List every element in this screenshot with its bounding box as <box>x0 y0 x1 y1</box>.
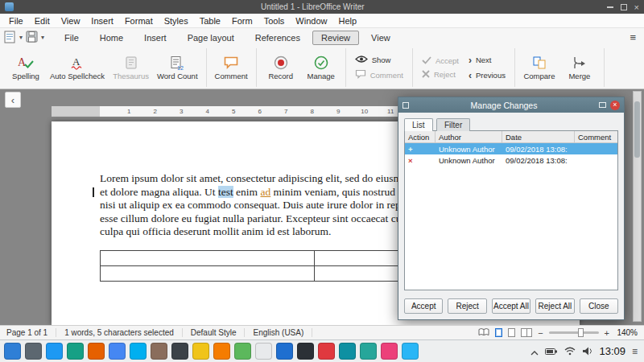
kdevelop-icon[interactable] <box>276 343 293 360</box>
menu-form[interactable]: Form <box>226 15 258 27</box>
reject-all-button[interactable]: Reject All <box>535 298 574 314</box>
dialog-tab-list[interactable]: List <box>404 118 433 131</box>
music-icon[interactable] <box>381 343 398 360</box>
quick-save-icon[interactable] <box>26 31 38 44</box>
manage-changes-button[interactable]: Manage <box>301 53 341 82</box>
falkon-icon[interactable] <box>339 343 356 360</box>
battery-icon[interactable] <box>545 344 558 359</box>
tab-view[interactable]: View <box>362 31 399 45</box>
jetbrains-icon[interactable] <box>318 343 335 360</box>
page-indicator[interactable]: Page 1 of 1 <box>6 328 56 337</box>
compare-documents-button[interactable]: Compare <box>519 53 559 82</box>
back-button[interactable]: ‹ <box>5 92 21 108</box>
menu-file[interactable]: File <box>3 15 29 27</box>
pager-icon[interactable] <box>25 343 42 360</box>
dolphin-icon[interactable] <box>46 343 63 360</box>
menu-edit[interactable]: Edit <box>29 15 56 27</box>
insert-comment-button[interactable]: Comment <box>211 53 252 82</box>
darktable-icon[interactable] <box>171 343 188 360</box>
accept-button[interactable]: Accept <box>404 298 443 314</box>
accept-all-button[interactable]: Accept All <box>492 298 530 314</box>
selected-text[interactable]: test <box>218 186 233 198</box>
record-changes-button[interactable]: Record <box>261 53 301 82</box>
column-author[interactable]: Author <box>436 131 502 142</box>
new-dropdown-icon[interactable]: ▾ <box>18 34 24 41</box>
book-view-icon[interactable] <box>478 328 489 338</box>
volume-icon[interactable] <box>582 344 592 359</box>
next-change-button[interactable]: › Next <box>466 54 508 67</box>
quick-new-icon[interactable] <box>4 31 16 45</box>
clock[interactable]: 13:09 <box>599 345 625 357</box>
zoom-out-icon[interactable]: − <box>538 328 543 338</box>
dialog-tab-filter[interactable]: Filter <box>436 118 470 131</box>
change-row[interactable]: + Unknown Author 09/02/2018 13:08: <box>405 143 617 154</box>
pin-icon[interactable] <box>402 102 409 109</box>
multi-page-view-icon[interactable] <box>508 328 515 337</box>
minimize-icon[interactable] <box>607 6 613 8</box>
column-date[interactable]: Date <box>502 131 575 142</box>
tab-home[interactable]: Home <box>91 31 132 45</box>
menu-insert[interactable]: Insert <box>85 15 119 27</box>
auto-spellcheck-button[interactable]: A Auto Spellcheck <box>46 53 109 82</box>
firefox-icon[interactable] <box>88 343 105 360</box>
vlc-icon[interactable] <box>213 343 230 360</box>
panel-settings-icon[interactable]: ≡ <box>632 346 638 357</box>
libreoffice-icon[interactable] <box>234 343 251 360</box>
changes-list[interactable]: Action Author Date Comment + Unknown Aut… <box>404 130 618 290</box>
dialog-close-icon[interactable]: × <box>610 101 620 110</box>
tab-file[interactable]: File <box>56 31 88 45</box>
menu-table[interactable]: Table <box>194 15 226 27</box>
system-monitor-icon[interactable] <box>67 343 84 360</box>
chart-icon[interactable] <box>360 343 377 360</box>
table-cell[interactable] <box>101 265 315 281</box>
language-indicator[interactable]: English (USA) <box>245 328 312 337</box>
gimp-icon[interactable] <box>151 343 167 360</box>
column-comment[interactable]: Comment <box>575 131 617 142</box>
tracked-insertion[interactable]: ad <box>260 186 270 198</box>
menu-styles[interactable]: Styles <box>159 15 194 27</box>
book-mode-view-icon[interactable] <box>521 328 532 337</box>
krita-icon[interactable] <box>192 343 209 360</box>
word-count-button[interactable]: 12 Word Count <box>153 53 202 82</box>
reject-button[interactable]: Reject <box>448 298 486 314</box>
word-count-indicator[interactable]: 1 words, 5 characters selected <box>56 328 183 337</box>
tab-review[interactable]: Review <box>312 31 359 45</box>
change-row[interactable]: × Unknown Author 09/02/2018 13:08: <box>405 154 617 166</box>
zoom-in-icon[interactable]: + <box>605 328 609 338</box>
close-icon[interactable]: × <box>634 4 639 10</box>
menu-format[interactable]: Format <box>119 15 159 27</box>
menu-view[interactable]: View <box>56 15 86 27</box>
menu-tools[interactable]: Tools <box>258 15 291 27</box>
dialog-titlebar[interactable]: Manage Changes × <box>398 97 624 113</box>
window-titlebar[interactable]: Untitled 1 - LibreOffice Writer × <box>0 0 644 14</box>
previous-change-button[interactable]: ‹ Previous <box>466 69 508 82</box>
close-button[interactable]: Close <box>580 298 618 314</box>
zoom-slider[interactable] <box>549 331 599 334</box>
menu-help[interactable]: Help <box>332 15 362 27</box>
terminal-icon[interactable] <box>297 343 314 360</box>
merge-documents-button[interactable]: Merge <box>559 53 600 82</box>
table-cell[interactable] <box>101 250 315 265</box>
zoom-level[interactable]: 140% <box>615 328 638 337</box>
notebookbar-menu-icon[interactable]: ≡ <box>625 31 640 43</box>
tab-references[interactable]: References <box>246 31 309 45</box>
tray-expand-icon[interactable] <box>530 344 539 359</box>
telegram-icon[interactable] <box>402 343 419 360</box>
skype-icon[interactable] <box>130 343 147 360</box>
spelling-button[interactable]: A Spelling <box>6 53 46 82</box>
tab-insert[interactable]: Insert <box>135 31 175 45</box>
page-style-indicator[interactable]: Default Style <box>183 328 246 337</box>
vertical-scrollbar[interactable] <box>633 91 642 322</box>
tab-page-layout[interactable]: Page layout <box>179 31 243 45</box>
launcher-icon[interactable] <box>4 343 21 360</box>
chromium-icon[interactable] <box>109 343 126 360</box>
menu-window[interactable]: Window <box>290 15 332 27</box>
column-action[interactable]: Action <box>405 131 436 142</box>
float-icon[interactable] <box>599 102 606 108</box>
show-changes-button[interactable]: Show <box>353 54 406 66</box>
zoom-slider-thumb[interactable] <box>578 328 584 337</box>
save-dropdown-icon[interactable]: ▾ <box>39 34 46 41</box>
maximize-icon[interactable] <box>621 4 627 10</box>
wifi-icon[interactable] <box>564 344 576 359</box>
single-page-view-icon[interactable] <box>495 328 502 337</box>
